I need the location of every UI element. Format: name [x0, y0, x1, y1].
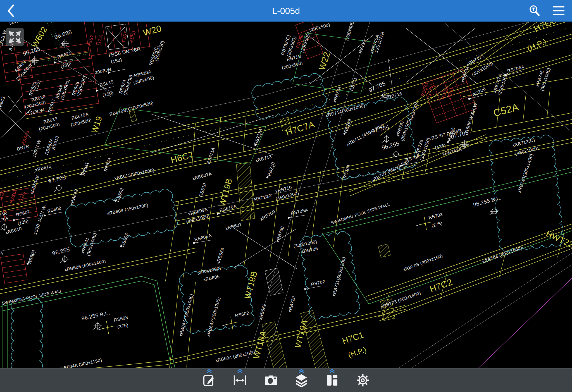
cad-label: RB643: [0, 96, 6, 111]
cad-label: W602: [30, 25, 49, 49]
cad-line: [322, 168, 572, 229]
cad-label: 96.285: [22, 46, 41, 57]
gear-icon: [356, 374, 370, 387]
cad-label: (200x500): [309, 22, 330, 32]
cad-label: xRB704 (800x1000): [482, 245, 523, 264]
cad-label: xRB706: [301, 246, 318, 254]
cad-label: RB654: [103, 157, 112, 172]
markup-tool-button[interactable]: [202, 369, 216, 392]
cad-line: [217, 118, 221, 160]
cad-label: xRB647(500x1200): [206, 297, 221, 337]
cad-drawing-canvas[interactable]: (200x500)150B.W.BW3W60296.63596.285RS621…: [0, 0, 572, 392]
cad-label: xRB607: [225, 222, 242, 231]
cad-label: xRB744: [460, 66, 470, 83]
cad-line: [0, 248, 196, 290]
edit-icon: [203, 374, 216, 387]
cad-line: [322, 233, 369, 304]
cad-label: RS604: [27, 249, 36, 264]
cad-label: xRB709: [259, 209, 276, 222]
cross-marker: [222, 317, 238, 330]
cad-label: TSS7: [87, 34, 94, 47]
find-text-button[interactable]: [527, 4, 542, 18]
cross-marker: [98, 321, 114, 334]
cad-label: 96.255 B.L.: [81, 310, 110, 322]
settings-tool-button[interactable]: [356, 369, 370, 392]
cad-label: RS605: [120, 232, 129, 247]
hatched-wall: [129, 111, 137, 122]
cad-label: RS706A: [507, 64, 525, 73]
cad-label: 97.705: [0, 216, 9, 224]
app-bar: L-005d: [0, 0, 572, 22]
cad-label: xRB634B: [30, 175, 40, 195]
survey-target-marker: [382, 135, 391, 143]
menu-button[interactable]: [551, 4, 566, 18]
page-title: L-005d: [0, 6, 572, 16]
cad-label: xRB710: [275, 185, 292, 194]
cad-label: xRB712(C): [512, 137, 535, 148]
cad-line: [325, 172, 572, 233]
snapshot-tool-button[interactable]: [264, 369, 277, 392]
measure-icon: [233, 374, 247, 387]
cad-line: [523, 92, 526, 123]
cad-label: xRB743(300x1400): [517, 153, 534, 193]
cad-label: RS619: [99, 79, 114, 88]
cad-label: 96.255: [51, 246, 70, 257]
cad-label: RS706: [472, 86, 487, 97]
cad-label: (275): [431, 221, 443, 228]
fullscreen-button[interactable]: [6, 28, 24, 46]
cad-label: xRB610: [5, 226, 22, 235]
cad-label: RS607: [16, 209, 31, 217]
app-window: (200x500)150B.W.BW3W60296.63596.285RS621…: [0, 0, 572, 392]
cad-label: 96.255: [381, 140, 400, 151]
layers-tool-button[interactable]: [295, 369, 308, 392]
cad-label: xRB730: [275, 226, 285, 243]
cad-label: H7C1: [341, 330, 365, 346]
cad-label: xRB713: [255, 154, 272, 163]
cad-label: 4: [0, 250, 3, 256]
cad-label: W22: [317, 51, 332, 71]
leader-arrow: [288, 215, 306, 219]
cad-label: RS709: [343, 118, 352, 133]
cad-label: RS703: [428, 212, 443, 220]
survey-target-marker: [60, 255, 69, 263]
flyout-chevrons-icon: [206, 369, 212, 374]
cad-label: xRB653: [215, 247, 225, 264]
cad-label: RS609: [115, 187, 124, 202]
cad-label: (150): [102, 90, 114, 98]
cad-label: xRB652: [258, 303, 267, 320]
measure-tool-button[interactable]: [233, 369, 247, 392]
cad-line: [234, 229, 296, 267]
cad-label: RS602: [235, 310, 250, 318]
cad-label: RS702: [311, 279, 326, 287]
cad-line: [174, 123, 572, 206]
find-text-icon: [528, 4, 541, 17]
cad-label: xRB731(500x1200): [332, 256, 347, 297]
camera-icon: [264, 374, 277, 386]
cad-label: xRB613(300x1000): [114, 168, 155, 181]
cad-label: (200x500): [38, 122, 60, 132]
cad-label: RS705A: [290, 207, 308, 216]
cad-label: xRB705 (300x1150): [402, 253, 443, 272]
cad-label: SWIMMING POOL SIDE WALL: [330, 202, 390, 225]
hatched-wall: [265, 268, 283, 295]
expand-arrows-icon: [8, 31, 21, 44]
hatched-wall: [378, 244, 390, 257]
cad-label: RS713: [358, 39, 367, 54]
cad-label: xRB605: [203, 274, 220, 282]
survey-target-marker: [93, 322, 102, 330]
cad-label: RSS63: [21, 130, 30, 145]
cad-label: 96.635: [54, 29, 73, 40]
views-tool-button[interactable]: [325, 369, 339, 392]
hatched-wall: [236, 162, 255, 221]
survey-target-marker: [391, 150, 400, 158]
cad-label: xRB647A(350x1000): [178, 293, 194, 337]
cad-label: xRB615: [34, 164, 52, 173]
cad-label: (H.P.): [526, 37, 548, 53]
cad-label: H6C7: [170, 149, 195, 165]
stair-grid: [1, 254, 27, 283]
cad-label: W20: [142, 23, 163, 38]
cad-label: SWIMMING POOL SIDE WALL: [1, 288, 63, 305]
cad-label: WT18B: [243, 270, 259, 300]
cad-label: xRB734: [332, 86, 342, 103]
cad-label: (125): [96, 34, 103, 46]
